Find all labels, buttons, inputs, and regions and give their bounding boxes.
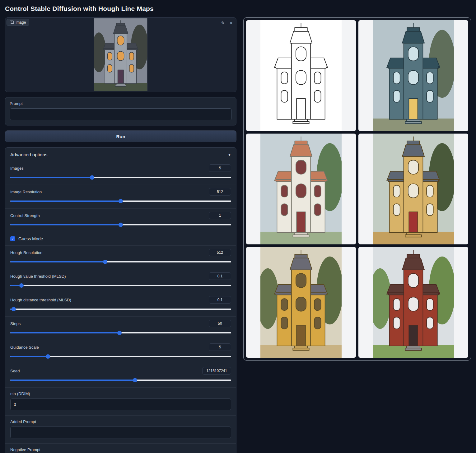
- input-image[interactable]: [6, 18, 236, 91]
- slider-track: [10, 356, 231, 357]
- negative-prompt-control: Negative Prompt: [5, 443, 236, 453]
- seed-label: Seed: [10, 369, 20, 373]
- slider-handle[interactable]: [119, 223, 123, 227]
- control-strength-slider[interactable]: [10, 223, 231, 227]
- pencil-icon: ✎: [221, 21, 225, 26]
- seed-value-input[interactable]: 1215107241: [202, 367, 231, 375]
- added-prompt-input[interactable]: [10, 427, 231, 438]
- input-image-art: [94, 18, 147, 91]
- images-label: Images: [10, 166, 24, 171]
- generated-image: [260, 247, 342, 358]
- seed-control: Seed 1215107241: [5, 364, 236, 387]
- advanced-options-accordion[interactable]: Advanced options ▼: [5, 148, 236, 161]
- output-gallery: [243, 17, 471, 361]
- gallery-item-hough-line-map[interactable]: [246, 20, 356, 131]
- generated-image: [373, 134, 454, 244]
- guidance-scale-value-input[interactable]: 5: [209, 343, 231, 351]
- gallery-item-teal-victorian[interactable]: [358, 20, 468, 131]
- edit-image-button[interactable]: ✎: [221, 20, 226, 26]
- images-control: Images 5: [5, 161, 236, 185]
- slider-handle[interactable]: [90, 175, 94, 180]
- eta-label: eta (DDIM): [10, 391, 231, 396]
- negative-prompt-label: Negative Prompt: [10, 447, 231, 452]
- page-title: Control Stable Diffusion with Hough Line…: [5, 5, 471, 12]
- guess-mode-checkbox[interactable]: ✓ Guess Mode: [5, 232, 236, 245]
- added-prompt-label: Added Prompt: [10, 419, 231, 424]
- prompt-input[interactable]: [10, 108, 232, 120]
- image-resolution-value-input[interactable]: 512: [209, 188, 231, 196]
- guidance-scale-label: Guidance Scale: [10, 345, 39, 350]
- hough-distance-threshold-label: Hough distance threshold (MLSD): [10, 298, 71, 302]
- slider-track: [10, 261, 231, 262]
- control-strength-control: Control Strength 1: [5, 208, 236, 232]
- hough-resolution-label: Hough Resolution: [10, 250, 42, 255]
- guidance-scale-control: Guidance Scale 5: [5, 340, 236, 364]
- generated-image: [260, 134, 342, 244]
- slider-track: [10, 309, 231, 310]
- hough-distance-threshold-value-input[interactable]: 0.1: [209, 296, 231, 304]
- image-resolution-control: Image Resolution 512: [5, 185, 236, 208]
- generated-image: [260, 20, 342, 131]
- slider-handle[interactable]: [46, 354, 50, 359]
- guess-mode-label: Guess Mode: [18, 236, 43, 241]
- steps-label: Steps: [10, 321, 21, 326]
- slider-handle[interactable]: [12, 307, 16, 311]
- image-icon: [10, 21, 14, 24]
- slider-track: [10, 177, 231, 178]
- gallery-item-tan-victorian[interactable]: [358, 134, 468, 244]
- checkbox-check-icon: ✓: [10, 236, 15, 241]
- gallery-item-golden-victorian[interactable]: [246, 247, 356, 358]
- added-prompt-control: Added Prompt: [5, 415, 236, 443]
- control-strength-label: Control Strength: [10, 213, 40, 218]
- prompt-label: Prompt: [10, 101, 232, 106]
- clear-image-button[interactable]: ×: [229, 20, 233, 26]
- steps-control: Steps 50: [5, 316, 236, 340]
- hough-value-threshold-control: Hough value threshold (MLSD) 0.1: [5, 269, 236, 293]
- control-strength-value-input[interactable]: 1: [209, 212, 231, 219]
- hough-distance-threshold-slider[interactable]: [10, 307, 231, 311]
- advanced-options-title: Advanced options: [10, 152, 47, 157]
- hough-resolution-value-input[interactable]: 512: [209, 249, 231, 256]
- advanced-options-panel: Advanced options ▼ Images 5: [5, 147, 236, 453]
- hough-value-threshold-value-input[interactable]: 0.1: [209, 272, 231, 280]
- guidance-scale-slider[interactable]: [10, 354, 231, 359]
- hough-distance-threshold-control: Hough distance threshold (MLSD) 0.1: [5, 293, 236, 316]
- input-image-panel: Image ✎ ×: [5, 17, 236, 92]
- slider-handle[interactable]: [117, 331, 122, 335]
- prompt-panel: Prompt: [5, 97, 236, 125]
- hough-value-threshold-slider[interactable]: [10, 283, 231, 288]
- hough-resolution-slider[interactable]: [10, 260, 231, 264]
- slider-handle[interactable]: [103, 260, 107, 264]
- gallery-item-red-brick-victorian[interactable]: [358, 247, 468, 358]
- hough-value-threshold-label: Hough value threshold (MLSD): [10, 274, 66, 279]
- slider-handle[interactable]: [19, 283, 24, 288]
- slider-track: [10, 285, 231, 286]
- steps-value-input[interactable]: 50: [209, 320, 231, 327]
- image-resolution-slider[interactable]: [10, 199, 231, 203]
- images-slider[interactable]: [10, 175, 231, 180]
- run-button[interactable]: Run: [5, 130, 236, 142]
- steps-slider[interactable]: [10, 331, 231, 335]
- image-resolution-label: Image Resolution: [10, 190, 42, 194]
- seed-slider[interactable]: [10, 378, 231, 382]
- generated-image: [373, 20, 454, 131]
- slider-handle[interactable]: [133, 378, 137, 382]
- eta-control: eta (DDIM): [5, 387, 236, 415]
- slider-handle[interactable]: [119, 199, 123, 203]
- generated-image: [373, 247, 454, 358]
- slider-track: [10, 380, 231, 381]
- images-value-input[interactable]: 5: [209, 164, 231, 172]
- close-icon: ×: [230, 21, 232, 26]
- gallery-item-white-victorian[interactable]: [246, 134, 356, 244]
- hough-resolution-control: Hough Resolution 512: [5, 245, 236, 269]
- chevron-down-icon: ▼: [228, 153, 231, 157]
- image-tab-label: Image: [16, 20, 26, 25]
- image-tab[interactable]: Image: [7, 19, 29, 26]
- eta-input[interactable]: [10, 399, 231, 410]
